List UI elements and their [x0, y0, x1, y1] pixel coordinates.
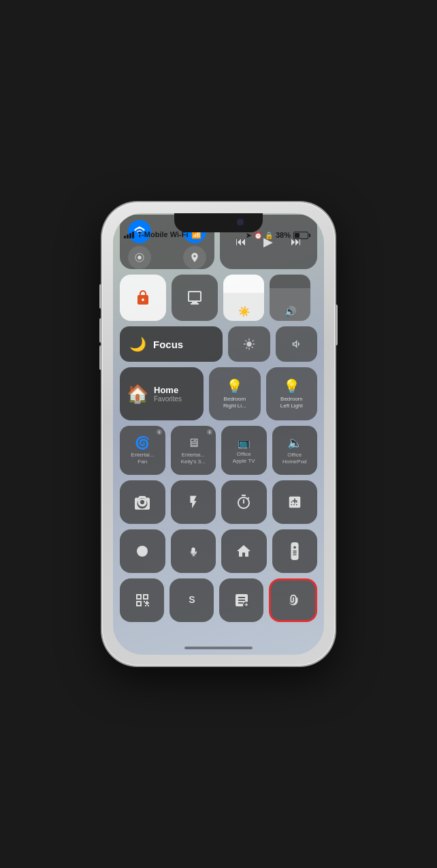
calculator-button[interactable]	[272, 480, 318, 524]
svg-point-0	[137, 255, 141, 259]
shazam-icon: S	[184, 592, 200, 608]
office-apple-tv-button[interactable]: 📺 OfficeApple TV	[221, 426, 267, 475]
svg-text:+: +	[244, 601, 248, 608]
bedroom-right-light-button[interactable]: 💡 BedroomRight Li...	[209, 367, 260, 420]
apple-tv-logo: 📺	[238, 437, 250, 449]
volume-slider[interactable]: 🔊	[270, 275, 310, 321]
svg-point-1	[137, 546, 148, 557]
focus-label: Focus	[153, 339, 183, 350]
battery-icon	[293, 232, 310, 239]
row-actions-1	[120, 480, 317, 524]
svg-rect-6	[293, 555, 297, 555]
tv-icon: 🖥	[187, 436, 199, 450]
screen-record-icon	[134, 543, 150, 559]
bedroom-left-light-button[interactable]: 💡 BedroomLeft Light	[266, 367, 317, 420]
lock-icon: 🔒	[265, 232, 273, 239]
shazam-button[interactable]: S	[169, 578, 214, 622]
battery-pct: 38%	[276, 231, 291, 239]
airdrop-btn-wrap[interactable]	[125, 246, 166, 269]
svg-point-3	[293, 546, 296, 549]
flashlight-icon	[186, 495, 201, 510]
homepod-label: OfficeHomePod	[282, 452, 307, 465]
sound-recognition-button[interactable]	[171, 529, 216, 573]
quick-notes-button[interactable]: +	[219, 578, 263, 622]
signal-bar-4	[132, 232, 134, 238]
flashlight-button[interactable]	[171, 480, 216, 524]
carrier-label: T-Mobile Wi-Fi	[137, 230, 188, 238]
info-dot-1: ℹ	[157, 429, 162, 435]
home-text: Home Favorites	[154, 385, 182, 403]
focus-button[interactable]: 🌙 Focus	[120, 326, 223, 362]
timer-icon	[236, 494, 252, 510]
qr-code-icon	[134, 592, 150, 608]
screen-mirror-icon	[187, 290, 203, 306]
sound-recognition-icon	[186, 544, 201, 559]
airdrop-icon	[134, 252, 145, 263]
apple-tv-label: OfficeApple TV	[233, 451, 255, 464]
hotspot-button[interactable]	[183, 246, 206, 269]
quick-notes-icon: +	[233, 592, 250, 608]
airdrop-button[interactable]	[128, 246, 151, 269]
location-icon: ➤	[246, 232, 251, 239]
svg-text:S: S	[189, 594, 195, 605]
row-actions-3: S +	[120, 578, 317, 622]
status-right: ➤ ⏰ 🔒 38%	[246, 231, 310, 239]
camera-button[interactable]	[120, 480, 165, 524]
rotation-lock-button[interactable]	[120, 275, 166, 321]
qr-scanner-button[interactable]	[120, 578, 164, 622]
home-control-button[interactable]	[221, 529, 267, 573]
hearing-button[interactable]	[269, 578, 317, 622]
battery-fill	[295, 233, 300, 238]
row-focus: 🌙 Focus	[120, 326, 317, 362]
row-actions-2	[120, 529, 317, 573]
svg-rect-5	[293, 553, 297, 553]
svg-rect-4	[293, 551, 297, 551]
screen-mirror-button[interactable]	[172, 275, 218, 321]
home-control-icon	[236, 543, 252, 559]
calculator-icon	[287, 495, 302, 510]
home-sublabel: Favorites	[154, 395, 182, 403]
brightness-mini-button[interactable]	[228, 326, 270, 362]
hotspot-btn-wrap[interactable]	[169, 246, 210, 269]
front-camera	[237, 219, 244, 226]
rotation-lock-icon	[135, 290, 151, 306]
battery-tip	[309, 234, 310, 237]
signal-bar-3	[129, 233, 131, 238]
fan-label: Entertai...Fan	[131, 452, 154, 465]
volume-mini-button[interactable]	[276, 326, 318, 362]
entertainment-kelly-button[interactable]: ℹ 🖥 Entertai...Kelly's 3...	[171, 426, 216, 475]
signal-bar-1	[124, 236, 126, 238]
brightness-slider[interactable]: ☀️	[223, 275, 264, 321]
light-bulb-icon-2: 💡	[283, 378, 300, 394]
row-toggles-sliders: ☀️ 🔊	[120, 275, 317, 321]
tv-remote-icon	[289, 542, 300, 560]
tv-remote-button[interactable]	[272, 529, 318, 573]
screen-record-button[interactable]	[120, 529, 165, 573]
bedroom-left-label: BedroomLeft Light	[280, 396, 303, 410]
sun-icon	[243, 338, 255, 350]
home-panel[interactable]: 🏠 Home Favorites	[120, 367, 204, 420]
light-bulb-icon-1: 💡	[226, 378, 243, 394]
info-dot-2: ℹ	[207, 429, 212, 435]
control-center: ⏮ ▶ ⏭	[113, 213, 324, 655]
fan-icon: 🌀	[135, 435, 150, 450]
camera-icon	[134, 494, 150, 510]
focus-moon-icon: 🌙	[129, 336, 146, 352]
homepod-icon: 🔈	[287, 435, 302, 450]
home-label: Home	[154, 385, 182, 395]
hearing-icon	[286, 593, 301, 608]
signal-bar-2	[127, 234, 129, 238]
home-icon: 🏠	[127, 384, 148, 405]
row-accessories: ℹ 🌀 Entertai...Fan ℹ 🖥 Entertai...Kelly'…	[120, 426, 317, 475]
hotspot-icon	[189, 252, 200, 263]
phone-screen: T-Mobile Wi-Fi 📶 ➤ ⏰ 🔒 38%	[113, 213, 324, 655]
alarm-icon: ⏰	[254, 232, 262, 239]
timer-button[interactable]	[221, 480, 267, 524]
battery-body	[293, 232, 308, 239]
row-home: 🏠 Home Favorites 💡 BedroomRight Li... 💡 …	[120, 367, 317, 420]
phone-frame: T-Mobile Wi-Fi 📶 ➤ ⏰ 🔒 38%	[102, 202, 335, 666]
kelly-label: Entertai...Kelly's 3...	[181, 452, 206, 465]
office-homepod-button[interactable]: 🔈 OfficeHomePod	[272, 426, 318, 475]
signal-bars	[124, 230, 134, 238]
entertainment-fan-button[interactable]: ℹ 🌀 Entertai...Fan	[120, 426, 165, 475]
